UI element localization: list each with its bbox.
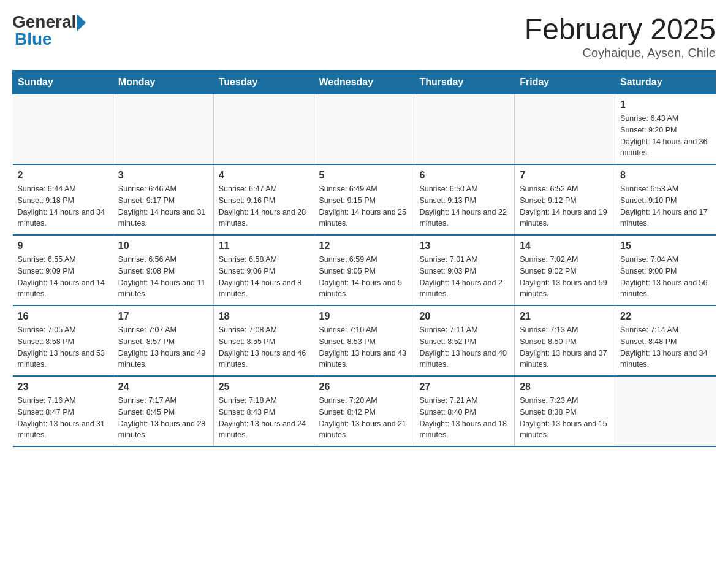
calendar-week-row: 2Sunrise: 6:44 AMSunset: 9:18 PMDaylight… bbox=[13, 164, 716, 235]
day-number: 14 bbox=[520, 240, 610, 251]
calendar-cell: 25Sunrise: 7:18 AMSunset: 8:43 PMDayligh… bbox=[213, 376, 314, 446]
day-number: 11 bbox=[219, 240, 309, 251]
day-info: Sunrise: 7:23 AMSunset: 8:38 PMDaylight:… bbox=[520, 395, 610, 441]
day-number: 10 bbox=[118, 240, 208, 251]
weekday-header-row: SundayMondayTuesdayWednesdayThursdayFrid… bbox=[13, 71, 716, 94]
calendar-cell: 13Sunrise: 7:01 AMSunset: 9:03 PMDayligh… bbox=[414, 235, 515, 305]
day-number: 7 bbox=[520, 170, 610, 181]
day-number: 1 bbox=[620, 99, 710, 110]
calendar-cell: 24Sunrise: 7:17 AMSunset: 8:45 PMDayligh… bbox=[113, 376, 213, 446]
day-info: Sunrise: 7:10 AMSunset: 8:53 PMDaylight:… bbox=[319, 324, 409, 370]
day-number: 24 bbox=[118, 381, 208, 393]
day-info: Sunrise: 6:44 AMSunset: 9:18 PMDaylight:… bbox=[18, 183, 108, 229]
day-info: Sunrise: 6:59 AMSunset: 9:05 PMDaylight:… bbox=[319, 254, 409, 300]
day-number: 18 bbox=[219, 311, 309, 322]
day-info: Sunrise: 7:07 AMSunset: 8:57 PMDaylight:… bbox=[118, 324, 208, 370]
calendar-cell: 1Sunrise: 6:43 AMSunset: 9:20 PMDaylight… bbox=[615, 94, 716, 165]
calendar-cell: 7Sunrise: 6:52 AMSunset: 9:12 PMDaylight… bbox=[515, 164, 615, 235]
day-info: Sunrise: 7:13 AMSunset: 8:50 PMDaylight:… bbox=[520, 324, 610, 370]
day-info: Sunrise: 7:11 AMSunset: 8:52 PMDaylight:… bbox=[419, 324, 509, 370]
day-number: 5 bbox=[319, 170, 409, 181]
title-section: February 2025 Coyhaique, Aysen, Chile bbox=[525, 12, 716, 60]
calendar-cell: 3Sunrise: 6:46 AMSunset: 9:17 PMDaylight… bbox=[113, 164, 213, 235]
calendar-table: SundayMondayTuesdayWednesdayThursdayFrid… bbox=[12, 70, 716, 447]
day-info: Sunrise: 6:56 AMSunset: 9:08 PMDaylight:… bbox=[118, 254, 208, 300]
logo-arrow-icon bbox=[77, 14, 86, 31]
calendar-cell bbox=[314, 94, 414, 165]
day-info: Sunrise: 6:53 AMSunset: 9:10 PMDaylight:… bbox=[620, 183, 710, 229]
calendar-cell: 5Sunrise: 6:49 AMSunset: 9:15 PMDaylight… bbox=[314, 164, 414, 235]
day-number: 22 bbox=[620, 311, 710, 322]
calendar-cell bbox=[13, 94, 113, 165]
calendar-cell: 6Sunrise: 6:50 AMSunset: 9:13 PMDaylight… bbox=[414, 164, 515, 235]
weekday-header-tuesday: Tuesday bbox=[213, 71, 314, 94]
calendar-cell: 21Sunrise: 7:13 AMSunset: 8:50 PMDayligh… bbox=[515, 305, 615, 376]
weekday-header-sunday: Sunday bbox=[13, 71, 113, 94]
weekday-header-thursday: Thursday bbox=[414, 71, 515, 94]
calendar-cell bbox=[515, 94, 615, 165]
weekday-header-friday: Friday bbox=[515, 71, 615, 94]
calendar-cell: 17Sunrise: 7:07 AMSunset: 8:57 PMDayligh… bbox=[113, 305, 213, 376]
day-info: Sunrise: 6:52 AMSunset: 9:12 PMDaylight:… bbox=[520, 183, 610, 229]
calendar-week-row: 9Sunrise: 6:55 AMSunset: 9:09 PMDaylight… bbox=[13, 235, 716, 305]
day-info: Sunrise: 6:47 AMSunset: 9:16 PMDaylight:… bbox=[219, 183, 309, 229]
day-number: 16 bbox=[18, 311, 108, 322]
day-number: 3 bbox=[118, 170, 208, 181]
calendar-cell: 22Sunrise: 7:14 AMSunset: 8:48 PMDayligh… bbox=[615, 305, 716, 376]
day-number: 20 bbox=[419, 311, 509, 322]
calendar-cell: 14Sunrise: 7:02 AMSunset: 9:02 PMDayligh… bbox=[515, 235, 615, 305]
calendar-cell: 20Sunrise: 7:11 AMSunset: 8:52 PMDayligh… bbox=[414, 305, 515, 376]
day-info: Sunrise: 7:20 AMSunset: 8:42 PMDaylight:… bbox=[319, 395, 409, 441]
calendar-cell: 19Sunrise: 7:10 AMSunset: 8:53 PMDayligh… bbox=[314, 305, 414, 376]
weekday-header-wednesday: Wednesday bbox=[314, 71, 414, 94]
day-number: 19 bbox=[319, 311, 409, 322]
calendar-week-row: 1Sunrise: 6:43 AMSunset: 9:20 PMDaylight… bbox=[13, 94, 716, 165]
day-info: Sunrise: 7:01 AMSunset: 9:03 PMDaylight:… bbox=[419, 254, 509, 300]
day-info: Sunrise: 7:17 AMSunset: 8:45 PMDaylight:… bbox=[118, 395, 208, 441]
day-info: Sunrise: 7:02 AMSunset: 9:02 PMDaylight:… bbox=[520, 254, 610, 300]
day-number: 2 bbox=[18, 170, 108, 181]
calendar-week-row: 16Sunrise: 7:05 AMSunset: 8:58 PMDayligh… bbox=[13, 305, 716, 376]
calendar-cell bbox=[615, 376, 716, 446]
calendar-body: 1Sunrise: 6:43 AMSunset: 9:20 PMDaylight… bbox=[13, 94, 716, 447]
calendar-cell bbox=[414, 94, 515, 165]
day-number: 4 bbox=[219, 170, 309, 181]
day-number: 12 bbox=[319, 240, 409, 251]
calendar-header: SundayMondayTuesdayWednesdayThursdayFrid… bbox=[13, 71, 716, 94]
weekday-header-monday: Monday bbox=[113, 71, 213, 94]
day-number: 13 bbox=[419, 240, 509, 251]
calendar-cell: 18Sunrise: 7:08 AMSunset: 8:55 PMDayligh… bbox=[213, 305, 314, 376]
page-header: General Blue February 2025 Coyhaique, Ay… bbox=[12, 12, 716, 60]
calendar-cell: 8Sunrise: 6:53 AMSunset: 9:10 PMDaylight… bbox=[615, 164, 716, 235]
location-text: Coyhaique, Aysen, Chile bbox=[525, 46, 716, 60]
calendar-cell: 4Sunrise: 6:47 AMSunset: 9:16 PMDaylight… bbox=[213, 164, 314, 235]
calendar-cell: 28Sunrise: 7:23 AMSunset: 8:38 PMDayligh… bbox=[515, 376, 615, 446]
calendar-cell: 26Sunrise: 7:20 AMSunset: 8:42 PMDayligh… bbox=[314, 376, 414, 446]
day-info: Sunrise: 6:55 AMSunset: 9:09 PMDaylight:… bbox=[18, 254, 108, 300]
calendar-cell: 11Sunrise: 6:58 AMSunset: 9:06 PMDayligh… bbox=[213, 235, 314, 305]
logo: General Blue bbox=[12, 12, 86, 49]
day-info: Sunrise: 6:43 AMSunset: 9:20 PMDaylight:… bbox=[620, 113, 710, 159]
day-number: 8 bbox=[620, 170, 710, 181]
day-info: Sunrise: 7:18 AMSunset: 8:43 PMDaylight:… bbox=[219, 395, 309, 441]
calendar-cell: 12Sunrise: 6:59 AMSunset: 9:05 PMDayligh… bbox=[314, 235, 414, 305]
logo-blue-text: Blue bbox=[12, 29, 52, 49]
day-number: 21 bbox=[520, 311, 610, 322]
day-number: 26 bbox=[319, 381, 409, 393]
day-info: Sunrise: 7:21 AMSunset: 8:40 PMDaylight:… bbox=[419, 395, 509, 441]
calendar-cell: 9Sunrise: 6:55 AMSunset: 9:09 PMDaylight… bbox=[13, 235, 113, 305]
day-number: 28 bbox=[520, 381, 610, 393]
day-number: 6 bbox=[419, 170, 509, 181]
calendar-cell: 15Sunrise: 7:04 AMSunset: 9:00 PMDayligh… bbox=[615, 235, 716, 305]
calendar-cell bbox=[113, 94, 213, 165]
day-number: 27 bbox=[419, 381, 509, 393]
day-info: Sunrise: 6:58 AMSunset: 9:06 PMDaylight:… bbox=[219, 254, 309, 300]
day-info: Sunrise: 6:49 AMSunset: 9:15 PMDaylight:… bbox=[319, 183, 409, 229]
weekday-header-saturday: Saturday bbox=[615, 71, 716, 94]
day-info: Sunrise: 7:08 AMSunset: 8:55 PMDaylight:… bbox=[219, 324, 309, 370]
day-number: 23 bbox=[18, 381, 108, 393]
day-info: Sunrise: 7:16 AMSunset: 8:47 PMDaylight:… bbox=[18, 395, 108, 441]
calendar-cell: 16Sunrise: 7:05 AMSunset: 8:58 PMDayligh… bbox=[13, 305, 113, 376]
day-info: Sunrise: 6:50 AMSunset: 9:13 PMDaylight:… bbox=[419, 183, 509, 229]
calendar-cell bbox=[213, 94, 314, 165]
